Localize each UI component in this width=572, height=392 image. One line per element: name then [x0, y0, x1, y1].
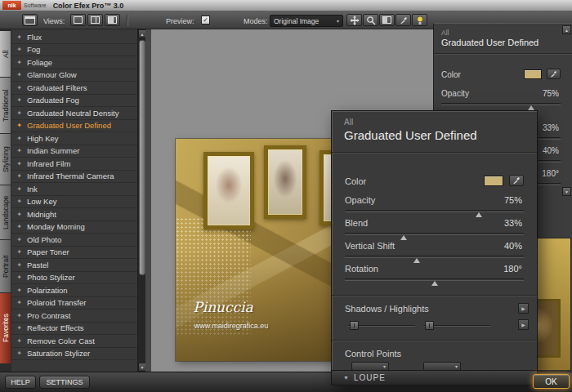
filter-label: Flux: [27, 33, 42, 42]
category-tabstrip: All Traditional Stylizing Landscape Port…: [0, 29, 11, 372]
slider-marker[interactable]: [476, 212, 482, 217]
filter-list-item[interactable]: ✦ Polarization: [11, 284, 137, 297]
filter-list-item[interactable]: ✦ Photo Stylizer: [11, 272, 137, 285]
star-icon: ✦: [16, 287, 23, 294]
divider: [332, 295, 537, 296]
opacity-slider[interactable]: [345, 210, 524, 212]
pan-tool-button[interactable]: [346, 14, 362, 26]
slider-marker[interactable]: [431, 281, 438, 286]
scrollbar-thumb[interactable]: [139, 40, 145, 275]
tab-all[interactable]: All: [0, 31, 11, 77]
nik-logo: nik: [2, 1, 21, 10]
color-picker-button[interactable]: [509, 175, 524, 186]
zoom-tool-button[interactable]: [363, 14, 378, 26]
filter-list-item[interactable]: ✦ Paper Toner: [11, 247, 137, 260]
tab-landscape[interactable]: Landscape: [0, 185, 11, 239]
filter-list-item[interactable]: ✦ Pastel: [11, 259, 137, 272]
loupe-label: LOUPE: [354, 373, 386, 382]
shadows-slider-handle[interactable]: [350, 321, 359, 330]
filter-label: Graduated Filters: [27, 83, 87, 92]
divider: [332, 340, 537, 341]
slider-marker[interactable]: [400, 235, 407, 240]
tab-traditional[interactable]: Traditional: [0, 78, 11, 133]
color-picker-button[interactable]: [547, 69, 561, 79]
filter-list-item[interactable]: ✦ Infrared Film: [11, 158, 137, 171]
color-swatch[interactable]: [484, 176, 503, 186]
image-watermark: www.maidiregrafica.eu: [169, 322, 293, 330]
shadows-slider[interactable]: [348, 325, 415, 327]
side-by-side-view-button[interactable]: [105, 14, 120, 26]
filter-list-item[interactable]: ✦ Low Key: [11, 196, 137, 209]
slider-marker[interactable]: [413, 258, 420, 263]
star-icon: ✦: [16, 160, 23, 167]
filter-label: Fog: [27, 45, 40, 54]
move-icon: [350, 16, 360, 25]
up-arrow-icon: ▲: [141, 32, 145, 37]
background-color-button[interactable]: [412, 14, 427, 26]
ok-button[interactable]: OK: [533, 374, 570, 389]
chevron-down-icon: ▾: [337, 18, 339, 24]
panel-scroll-up-button[interactable]: ▲: [562, 25, 571, 34]
vertical-shift-slider[interactable]: [345, 256, 524, 258]
rotation-value: 180°: [503, 264, 522, 274]
filter-list-item[interactable]: ✦ Graduated Fog: [11, 95, 137, 108]
image-caption: Pinuccia: [177, 299, 269, 315]
filter-list-item[interactable]: ✦ Indian Summer: [11, 145, 137, 158]
blend-slider[interactable]: [345, 233, 524, 235]
single-view-button[interactable]: [70, 14, 86, 26]
filter-label: Glamour Glow: [27, 70, 77, 79]
filter-list-item[interactable]: ✦ High Key: [11, 132, 137, 145]
tab-portrait[interactable]: Portrait: [0, 240, 11, 292]
shadows-expander-button[interactable]: ▶: [518, 303, 529, 314]
filter-list-item[interactable]: ✦ Remove Color Cast: [11, 335, 137, 348]
filter-list-item[interactable]: ✦ Old Photo: [11, 234, 137, 247]
filter-label: Saturation Stylizer: [27, 349, 90, 358]
shadows-highlights-label: Shadows / Highlights: [345, 304, 429, 314]
tab-favorites[interactable]: Favorites: [0, 293, 11, 363]
panel-scroll-down-button[interactable]: ▼: [562, 187, 571, 196]
highlights-slider-handle[interactable]: [425, 321, 434, 330]
vertical-shift-value: 40%: [504, 241, 522, 251]
window-layout-button[interactable]: [22, 14, 38, 26]
brand-label: Software: [24, 2, 47, 8]
loupe-header[interactable]: ▼ LOUPE: [332, 370, 537, 385]
filter-list-item[interactable]: ✦ Graduated Neutral Density: [11, 107, 137, 120]
eyedropper-tool-button[interactable]: [395, 14, 411, 26]
preview-checkbox[interactable]: ✓: [201, 16, 210, 24]
filter-list-item[interactable]: ✦ Reflector Effects: [11, 323, 137, 336]
help-button[interactable]: HELP: [5, 376, 36, 389]
filter-list-item[interactable]: ✦ Fog: [11, 44, 137, 57]
filter-list-item[interactable]: ✦ Pro Contrast: [11, 310, 137, 323]
filter-label: Photo Stylizer: [27, 273, 75, 282]
filter-list-item[interactable]: ✦ Infrared Thermal Camera: [11, 171, 137, 184]
highlights-slider[interactable]: [423, 325, 490, 327]
filter-list-item[interactable]: ✦ Midnight: [11, 208, 137, 221]
settings-button[interactable]: SETTINGS: [39, 376, 90, 389]
filter-list-item[interactable]: ✦ Foliage: [11, 56, 137, 69]
split-view-button[interactable]: [87, 14, 103, 26]
filter-list-item[interactable]: ✦ Glamour Glow: [11, 69, 137, 82]
filter-list-item[interactable]: ✦ Monday Morning: [11, 221, 137, 234]
rotation-slider[interactable]: [345, 278, 524, 281]
opacity-slider[interactable]: [441, 103, 561, 105]
filter-label: Midnight: [27, 210, 56, 219]
filter-list-item[interactable]: ✦ Flux: [11, 31, 137, 44]
filter-list-item[interactable]: ✦ Graduated Filters: [11, 82, 137, 95]
filter-label: Low Key: [27, 197, 56, 206]
modes-label: Modes:: [244, 17, 268, 25]
compare-button[interactable]: [379, 14, 395, 26]
filter-list-item[interactable]: ✦ Graduated User Defined: [11, 120, 137, 133]
filter-label: Pro Contrast: [27, 311, 70, 320]
star-icon: ✦: [16, 198, 23, 205]
filter-list-item[interactable]: ✦ Ink: [11, 183, 137, 196]
filter-list-item[interactable]: ✦ Polaroid Transfer: [11, 297, 137, 310]
tab-stylizing[interactable]: Stylizing: [0, 134, 11, 185]
filter-label: Foliage: [27, 58, 52, 67]
chevron-down-icon: ▾: [455, 363, 458, 369]
panel-title: Graduated User Defined: [441, 38, 538, 47]
highlights-expander-button[interactable]: ▶: [518, 319, 529, 330]
filter-list-item[interactable]: ✦ Saturation Stylizer: [11, 348, 137, 361]
filter-label: Reflector Effects: [27, 323, 84, 332]
mode-dropdown[interactable]: Original Image ▾: [270, 15, 343, 27]
color-swatch[interactable]: [524, 69, 542, 79]
